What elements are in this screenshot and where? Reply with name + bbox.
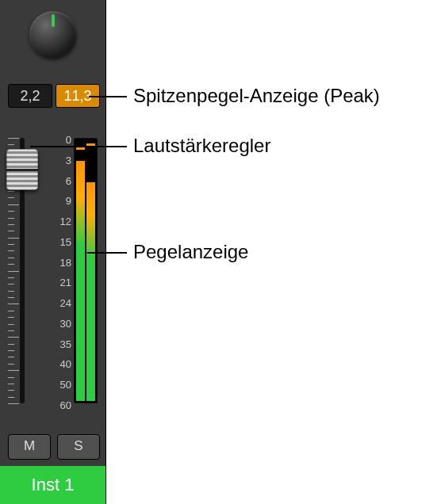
- mute-button[interactable]: M: [8, 434, 51, 460]
- callout-peak-text: Spitzenpegel-Anzeige (Peak): [133, 85, 380, 106]
- db-scale-label: 3: [66, 155, 71, 166]
- volume-fader[interactable]: [6, 149, 38, 190]
- callout-meter: Pegelanzeige: [133, 241, 248, 263]
- callout-line-icon: [87, 252, 127, 254]
- db-scale-label: 15: [60, 237, 71, 247]
- db-scale-label: 60: [60, 400, 71, 410]
- callout-line-icon: [30, 146, 127, 147]
- db-scale-label: 0: [66, 135, 71, 145]
- db-scale-label: 40: [60, 359, 71, 369]
- callout-fader: Lautstärkeregler: [133, 135, 270, 157]
- fader-meter-area: 036912151821243035405060: [4, 128, 99, 422]
- db-scale-label: 18: [60, 258, 71, 268]
- pan-knob[interactable]: [29, 11, 77, 59]
- meter-left: [76, 140, 85, 401]
- db-scale-label: 6: [66, 176, 71, 186]
- meter-right-fill: [86, 182, 95, 401]
- callout-meter-text: Pegelanzeige: [133, 241, 248, 262]
- db-scale-label: 12: [60, 216, 71, 227]
- peak-display: 2,2 11,3: [8, 84, 100, 108]
- channel-name-label[interactable]: Inst 1: [0, 466, 105, 504]
- db-scale-label: 50: [60, 380, 71, 390]
- db-scale-label: 35: [60, 339, 71, 349]
- db-scale-label: 21: [60, 277, 71, 288]
- db-scale-label: 24: [60, 298, 71, 308]
- db-scale-label: 9: [66, 196, 71, 206]
- callout-line-icon: [89, 96, 127, 97]
- level-meter: [74, 138, 98, 403]
- db-scale-label: 30: [60, 319, 71, 329]
- peak-left-value[interactable]: 2,2: [8, 84, 52, 108]
- meter-left-fill: [76, 161, 85, 401]
- callout-fader-text: Lautstärkeregler: [133, 135, 270, 156]
- pan-pointer-icon: [52, 14, 55, 27]
- callout-peak: Spitzenpegel-Anzeige (Peak): [133, 85, 380, 107]
- solo-button[interactable]: S: [57, 434, 100, 460]
- mute-solo-row: M S: [8, 434, 100, 460]
- meter-right: [86, 140, 95, 401]
